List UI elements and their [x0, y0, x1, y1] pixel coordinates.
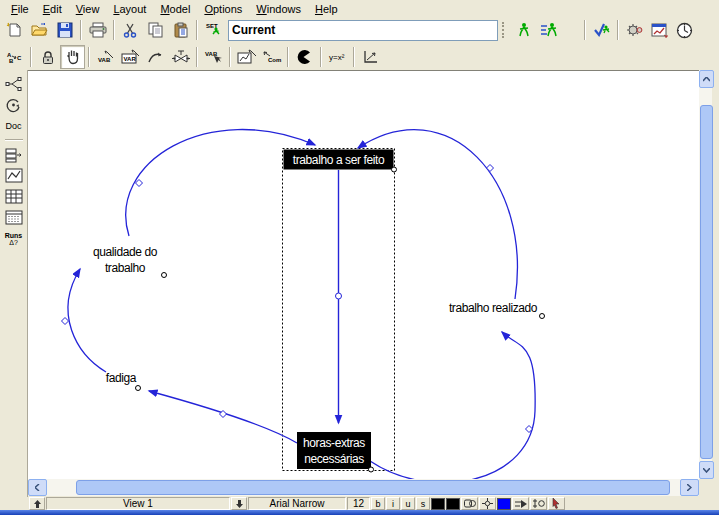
arrow-qualidade-to-trabalho-a-ser-feito[interactable] — [126, 129, 315, 236]
setup-simulation-button[interactable]: SET — [201, 18, 226, 42]
arc-handle[interactable] — [336, 293, 342, 299]
node-qualidade-do-trabalho[interactable]: trabalho — [105, 261, 146, 275]
toolbar-separator — [584, 20, 586, 40]
node-label[interactable]: trabalho a ser feito — [293, 153, 385, 167]
bold-button[interactable]: b — [371, 497, 385, 510]
sketch-canvas[interactable]: trabalho a ser feito horas-extras necess… — [28, 70, 699, 480]
horizontal-scrollbar-thumb[interactable] — [76, 480, 670, 495]
print-button[interactable] — [85, 18, 110, 42]
arrow-tool-button[interactable] — [143, 45, 168, 69]
check-model-button[interactable] — [589, 18, 614, 42]
arc-handle[interactable] — [62, 318, 69, 325]
text-color-swatch[interactable] — [431, 498, 445, 510]
node-handle[interactable] — [392, 167, 397, 172]
underline-button[interactable]: u — [401, 497, 415, 510]
shadow-variable-tool-button[interactable]: VAB — [201, 45, 226, 69]
font-name: Arial Narrow — [269, 498, 324, 509]
graph-button[interactable] — [2, 166, 26, 185]
arrow-color-swatch[interactable] — [497, 498, 511, 510]
node-trabalho-realizado[interactable]: trabalho realizado — [449, 301, 538, 315]
loops-button[interactable] — [2, 95, 26, 114]
paste-button[interactable] — [168, 18, 193, 42]
output-windows-button[interactable] — [647, 18, 672, 42]
simulate-button[interactable] — [511, 18, 536, 42]
causes-tree-button[interactable] — [2, 74, 26, 93]
view-up-button[interactable] — [29, 497, 45, 510]
bold-label: b — [375, 499, 380, 509]
thickness-button[interactable] — [530, 497, 547, 510]
menu-item-model[interactable]: Model — [153, 2, 197, 16]
open-button[interactable] — [27, 18, 52, 42]
arrow-style-button[interactable] — [512, 497, 529, 510]
arc-handle[interactable] — [487, 165, 494, 172]
table-button[interactable] — [2, 187, 26, 206]
delete-tool-button[interactable] — [292, 45, 317, 69]
node-label[interactable]: necessárias — [304, 452, 364, 466]
node-handle[interactable] — [540, 314, 545, 319]
lock-tool-button[interactable] — [35, 45, 60, 69]
causes-strip-icon — [5, 147, 23, 163]
comment-tool-button[interactable]: Com — [259, 45, 284, 69]
arc-handle[interactable] — [136, 180, 143, 187]
font-size-selector[interactable]: 12 — [347, 497, 370, 510]
merge-tool-button[interactable]: ABC — [2, 45, 27, 69]
vertical-scrollbar[interactable] — [699, 70, 712, 479]
arrow-fadiga-to-qualidade[interactable] — [68, 269, 106, 372]
scroll-left-button[interactable] — [28, 479, 47, 496]
reference-mode-tool-button[interactable] — [358, 45, 383, 69]
menu-item-layout[interactable]: Layout — [106, 2, 153, 16]
chevron-left-icon — [35, 484, 40, 491]
shape-button[interactable] — [461, 497, 478, 510]
causes-strip-button[interactable] — [2, 145, 26, 164]
shape-color-swatch[interactable] — [446, 498, 460, 510]
copy-button[interactable] — [143, 18, 168, 42]
scroll-up-button[interactable] — [699, 70, 714, 88]
run-name-input[interactable] — [228, 20, 498, 41]
scroll-down-button[interactable] — [699, 461, 714, 479]
scissors-icon — [123, 22, 138, 38]
box-variable-tool-button[interactable]: VAR — [118, 45, 143, 69]
toolbar-separator — [113, 20, 115, 40]
set-runner-icon: SET — [205, 22, 223, 39]
rate-tool-button[interactable] — [168, 45, 193, 69]
valve-icon — [171, 49, 191, 65]
runs-compare-button[interactable]: Runs Δ? — [2, 229, 26, 248]
strike-button[interactable]: s — [416, 497, 430, 510]
scroll-right-button[interactable] — [680, 479, 699, 496]
horizontal-scrollbar[interactable] — [28, 479, 699, 496]
synthesim-button[interactable] — [536, 18, 561, 42]
node-handle[interactable] — [369, 467, 374, 472]
save-button[interactable] — [52, 18, 77, 42]
control-panel-button[interactable] — [672, 18, 697, 42]
table-time-button[interactable] — [2, 208, 26, 227]
model-settings-button[interactable] — [622, 18, 647, 42]
view-selector[interactable]: View 1 — [46, 497, 230, 510]
vertical-scrollbar-thumb[interactable] — [700, 105, 713, 459]
menu-item-file[interactable]: File — [4, 2, 36, 16]
menu-item-windows[interactable]: Windows — [249, 2, 308, 16]
view-down-button[interactable] — [231, 497, 247, 510]
equation-tool-button[interactable]: y=x² — [325, 45, 350, 69]
node-label[interactable]: horas-extras — [303, 436, 365, 450]
variable-tool-button[interactable]: VAB — [93, 45, 118, 69]
font-name-selector[interactable]: Arial Narrow — [248, 497, 346, 510]
position-button[interactable] — [479, 497, 496, 510]
new-button[interactable] — [2, 18, 27, 42]
window-border — [0, 510, 719, 515]
io-object-tool-button[interactable] — [234, 45, 259, 69]
cut-button[interactable] — [118, 18, 143, 42]
menu-item-view[interactable]: View — [69, 2, 107, 16]
pointer-tool-button[interactable] — [548, 497, 565, 510]
menu-item-help[interactable]: Help — [308, 2, 345, 16]
move-tool-button[interactable] — [60, 45, 85, 69]
node-handle[interactable] — [136, 386, 141, 391]
analysis-toolbar: Doc Runs Δ? — [0, 70, 28, 500]
menu-item-options[interactable]: Options — [197, 2, 249, 16]
menu-item-edit[interactable]: Edit — [36, 2, 69, 16]
document-button[interactable]: Doc — [2, 116, 26, 135]
node-handle[interactable] — [162, 273, 167, 278]
main-toolbar: SET — [0, 17, 719, 44]
node-fadiga[interactable]: fadiga — [106, 371, 137, 385]
italic-button[interactable]: i — [386, 497, 400, 510]
node-qualidade-do-trabalho[interactable]: qualidade do — [93, 245, 158, 259]
